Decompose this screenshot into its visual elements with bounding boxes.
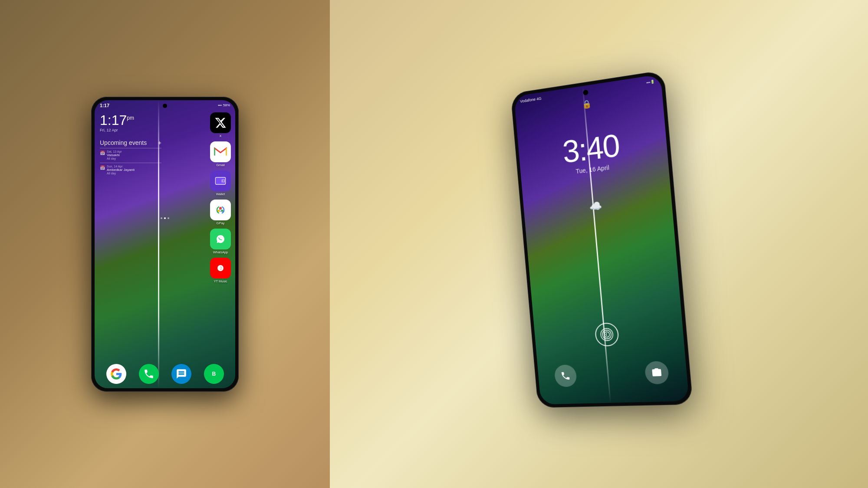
screen-left: 1:17 ▪▪▪ 58% 1:17pm Fri, 12 Apr Upcoming… (95, 100, 235, 388)
app-x-wrapper[interactable]: X (210, 112, 231, 138)
svg-rect-0 (214, 148, 215, 155)
app-gmail-label: Gmail (216, 163, 225, 167)
calendar-icon: 📅 (100, 151, 105, 155)
app-gpay-wrapper[interactable]: G GPay (210, 200, 231, 225)
screen-right: Vodafone 4G ▪▪▪🔋 🔒 3:40 Tue, 16 April ☁️ (514, 74, 689, 404)
clock-display: 1:17pm (100, 113, 134, 127)
dock-messages[interactable] (171, 364, 191, 384)
add-event-button[interactable]: + (158, 139, 161, 146)
page-dot-2 (164, 217, 166, 219)
messages-svg (176, 368, 187, 380)
left-panel: 1:17 ▪▪▪ 58% 1:17pm Fri, 12 Apr Upcoming… (0, 0, 330, 488)
whatsapp-svg (214, 232, 227, 246)
app-x-icon[interactable] (210, 112, 231, 133)
svg-point-7 (219, 207, 222, 210)
app-x-label: X (219, 134, 221, 138)
lock-clock: 3:40 Tue, 16 April (518, 123, 669, 181)
dock-bizapp[interactable]: B (204, 364, 224, 384)
clock-date: Fri, 12 Apr (100, 128, 134, 132)
lock-camera-svg (651, 367, 663, 378)
event-vaisakhi-text: Sat, 13 Apr Vaisakhi All day (107, 150, 122, 160)
phone-svg (143, 368, 155, 380)
lock-shortcut-phone[interactable] (554, 364, 577, 387)
event-vaisakhi-duration: All day (107, 157, 122, 160)
gmail-svg (214, 147, 227, 157)
events-title: Upcoming events (100, 139, 147, 146)
status-time: 1:17 (100, 103, 109, 108)
event-ambedkar-text: Sun, 14 Apr Ambedkar Jayanti All day (107, 165, 135, 175)
app-wallet-wrapper[interactable]: Wallet (210, 170, 231, 196)
battery-icon: 58% (223, 103, 230, 107)
event-vaisakhi-name: Vaisakhi (107, 153, 122, 157)
app-wallet-label: Wallet (216, 192, 225, 196)
punch-hole-camera (163, 104, 167, 108)
phone-right: Vodafone 4G ▪▪▪🔋 🔒 3:40 Tue, 16 April ☁️ (510, 70, 693, 408)
event-ambedkar-name: Ambedkar Jayanti (107, 168, 135, 172)
calendar-icon-2: 📅 (100, 165, 105, 170)
signal-icon: ▪▪▪ (218, 103, 222, 107)
app-column: X Gmail (210, 112, 231, 283)
svg-point-9 (221, 210, 224, 212)
app-whatsapp-wrapper[interactable]: WhatsApp (210, 229, 231, 254)
lock-status-icons: ▪▪▪🔋 (646, 79, 655, 84)
clock-time: 1:17 (100, 112, 127, 128)
app-ytmusic-wrapper[interactable]: YT Music (210, 258, 231, 283)
clock-ampm: pm (127, 115, 134, 121)
svg-point-17 (595, 322, 619, 346)
fingerprint-sensor[interactable] (594, 321, 620, 347)
lock-icon: 🔒 (582, 98, 592, 109)
gpay-svg: G (213, 202, 228, 218)
svg-text:B: B (212, 371, 216, 377)
ytmusic-svg (213, 260, 228, 276)
page-dot-3 (168, 217, 169, 219)
event-divider (100, 148, 161, 148)
dock-google[interactable] (106, 364, 126, 384)
events-header: Upcoming events + (100, 139, 161, 146)
fingerprint-svg (594, 321, 620, 347)
app-whatsapp-label: WhatsApp (213, 250, 228, 254)
event-vaisakhi-date: Sat, 13 Apr (107, 150, 122, 153)
app-gmail-icon[interactable] (210, 141, 231, 162)
svg-point-8 (218, 210, 220, 212)
phone-left: 1:17 ▪▪▪ 58% 1:17pm Fri, 12 Apr Upcoming… (91, 97, 239, 392)
clock-widget: 1:17pm Fri, 12 Apr (100, 113, 134, 132)
dock-phone[interactable] (139, 364, 159, 384)
events-widget: Upcoming events + 📅 Sat, 13 Apr Vaisakhi… (100, 139, 161, 177)
wallet-svg (214, 175, 227, 187)
app-gpay-label: GPay (217, 221, 225, 225)
status-icons: ▪▪▪ 58% (218, 103, 230, 107)
carrier-text: Vodafone 4G (520, 96, 542, 103)
event-ambedkar-date: Sun, 14 Apr (107, 165, 135, 168)
event-divider-2 (100, 163, 161, 163)
x-logo-svg (214, 117, 227, 129)
event-ambedkar: 📅 Sun, 14 Apr Ambedkar Jayanti All day (100, 165, 161, 175)
app-whatsapp-icon[interactable] (210, 229, 231, 249)
lock-shortcuts (538, 360, 688, 388)
svg-point-4 (223, 180, 224, 182)
app-gpay-icon[interactable]: G (210, 200, 231, 220)
bizapp-svg: B (208, 368, 220, 380)
weather-icon: ☁️ (589, 199, 602, 213)
app-wallet-icon[interactable] (210, 170, 231, 191)
event-ambedkar-duration: All day (107, 172, 135, 175)
google-svg (110, 368, 122, 380)
app-gmail-wrapper[interactable]: Gmail (210, 141, 231, 167)
page-dots (161, 217, 169, 219)
app-ytmusic-label: YT Music (214, 279, 227, 283)
right-panel: Vodafone 4G ▪▪▪🔋 🔒 3:40 Tue, 16 April ☁️ (330, 0, 868, 488)
page-dot-1 (161, 217, 162, 219)
event-vaisakhi: 📅 Sat, 13 Apr Vaisakhi All day (100, 150, 161, 160)
lock-phone-svg (560, 370, 571, 381)
lock-shortcut-camera[interactable] (644, 360, 669, 384)
app-ytmusic-icon[interactable] (210, 258, 231, 278)
lock-signal-icon: ▪▪▪🔋 (646, 79, 655, 84)
dock: B (95, 364, 235, 384)
svg-rect-1 (226, 148, 227, 155)
